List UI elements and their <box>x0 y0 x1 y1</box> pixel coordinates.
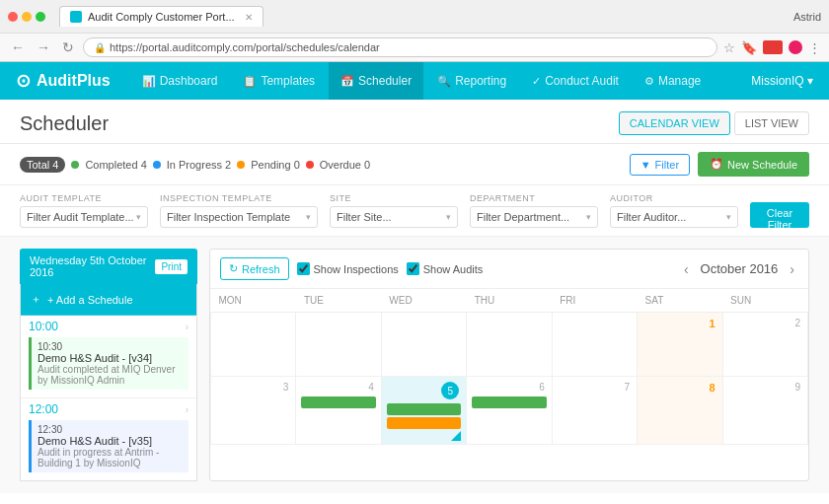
event-sub-1: Audit completed at MIQ Denver by Mission… <box>38 364 183 386</box>
site-value: Filter Site... <box>337 211 446 223</box>
refresh-icon: ↻ <box>229 262 238 275</box>
new-schedule-btn[interactable]: ⏰ New Schedule <box>698 152 809 177</box>
calendar-panel: ↻ Refresh Show Inspections Show Audits ‹… <box>209 249 809 481</box>
next-month-btn[interactable]: › <box>786 261 798 277</box>
col-fri: FRI <box>552 289 637 313</box>
department-filter: DEPARTMENT Filter Department... ▾ <box>470 193 598 228</box>
tab-close-btn[interactable]: ✕ <box>245 12 253 23</box>
filter-btn[interactable]: ▼ Filter <box>630 154 690 176</box>
nav-item-scheduler[interactable]: 📅 Scheduler <box>329 62 423 100</box>
nav-item-reporting[interactable]: 🔍 Reporting <box>425 62 518 100</box>
cal-cell-oct1[interactable]: 1 <box>638 313 722 377</box>
conduct-audit-icon: ✓ <box>532 75 541 88</box>
calendar-view-btn[interactable]: CALENDAR VIEW <box>619 111 730 135</box>
show-inspections-checkbox[interactable]: Show Inspections <box>297 262 399 275</box>
cal-cell-oct9[interactable]: 9 <box>722 377 807 445</box>
app-user[interactable]: MissionIQ ▾ <box>751 74 813 88</box>
refresh-btn[interactable]: ↻ Refresh <box>220 257 289 280</box>
calendar-week-1: 1 2 <box>211 313 808 377</box>
filter-row: AUDIT TEMPLATE Filter Audit Template... … <box>0 185 829 237</box>
app-header: ⊙ AuditPlus 📊 Dashboard 📋 Templates 📅 Sc… <box>0 62 829 100</box>
nav-item-templates[interactable]: 📋 Templates <box>231 62 327 100</box>
cal-cell-empty-2[interactable] <box>296 313 381 377</box>
nav-label-reporting: Reporting <box>455 74 506 88</box>
cal-cell-oct3[interactable]: 3 <box>211 377 296 445</box>
cal-cell-empty-1[interactable] <box>211 313 296 377</box>
url-text: https://portal.auditcomply.com/portal/sc… <box>110 41 380 53</box>
audit-template-label: AUDIT TEMPLATE <box>20 193 148 203</box>
manage-icon: ⚙ <box>644 75 654 88</box>
department-select[interactable]: Filter Department... ▾ <box>470 206 598 228</box>
cal-cell-oct7[interactable]: 7 <box>552 377 637 445</box>
badge-group: Total 4 Completed 4 In Progress 2 Pendin… <box>20 157 370 173</box>
audit-template-value: Filter Audit Template... <box>27 211 136 223</box>
auditor-select[interactable]: Filter Auditor... ▾ <box>610 206 738 228</box>
star-icon[interactable]: ☆ <box>723 40 735 55</box>
filters-bar: Total 4 Completed 4 In Progress 2 Pendin… <box>0 144 829 185</box>
cal-cell-oct8[interactable]: 8 <box>638 377 722 445</box>
prev-month-btn[interactable]: ‹ <box>680 261 693 277</box>
time-label-1000: 10:00 › <box>29 320 188 333</box>
auditor-label: AUDITOR <box>610 193 738 203</box>
maximize-window-btn[interactable] <box>36 12 45 22</box>
cal-cell-empty-5[interactable] <box>552 313 637 377</box>
cal-cell-oct6[interactable]: 6 <box>467 377 552 445</box>
site-filter: SITE Filter Site... ▾ <box>330 193 458 228</box>
auditor-arrow: ▾ <box>726 212 731 222</box>
event-title-2: Demo H&S Audit - [v35] <box>38 435 183 447</box>
show-audits-checkbox[interactable]: Show Audits <box>407 262 484 275</box>
back-btn[interactable]: ← <box>8 39 28 55</box>
event-sub-2: Audit in progress at Antrim - Building 1… <box>38 447 183 468</box>
nav-item-dashboard[interactable]: 📊 Dashboard <box>130 62 230 100</box>
list-view-btn[interactable]: LIST VIEW <box>734 111 809 135</box>
audit-template-select[interactable]: Filter Audit Template... ▾ <box>20 206 148 228</box>
cal-cell-oct5[interactable]: 5 <box>381 377 466 445</box>
col-sun: SUN <box>722 289 807 313</box>
site-arrow: ▾ <box>446 212 451 222</box>
inspection-template-select[interactable]: Filter Inspection Template ▾ <box>160 206 318 228</box>
forward-btn[interactable]: → <box>34 39 53 55</box>
cal-cell-oct4[interactable]: 4 <box>296 377 381 445</box>
department-value: Filter Department... <box>477 211 586 223</box>
minimize-window-btn[interactable] <box>22 12 32 22</box>
inspection-template-value: Filter Inspection Template <box>167 211 306 223</box>
reload-btn[interactable]: ↻ <box>59 39 77 55</box>
event-oct6 <box>472 396 546 408</box>
add-schedule-btn[interactable]: ＋ + Add a Schedule <box>21 284 196 316</box>
bookmark-icon[interactable]: 🔖 <box>741 40 757 55</box>
browser-tab[interactable]: Audit Comply Customer Port... ✕ <box>59 6 264 27</box>
ssl-lock-icon: 🔒 <box>94 42 106 53</box>
today-triangle <box>387 429 461 441</box>
filter-icon: ▼ <box>641 159 651 171</box>
col-tue: TUE <box>296 289 381 313</box>
nav-item-manage[interactable]: ⚙ Manage <box>633 62 713 100</box>
address-bar[interactable]: 🔒 https://portal.auditcomply.com/portal/… <box>83 37 717 57</box>
view-toggle: CALENDAR VIEW LIST VIEW <box>619 111 809 135</box>
plus-icon: ＋ <box>31 292 41 307</box>
department-arrow: ▾ <box>586 212 591 222</box>
clear-filter-btn[interactable]: Clear Filter <box>750 202 809 228</box>
clock-icon: ⏰ <box>710 158 723 171</box>
extension-icon <box>763 40 783 54</box>
browser-titlebar: Audit Comply Customer Port... ✕ Astrid <box>0 0 829 33</box>
time-arrow-icon: › <box>186 322 188 332</box>
auditor-value: Filter Auditor... <box>617 211 726 223</box>
inspections-check[interactable] <box>297 262 310 275</box>
nav-label-manage: Manage <box>658 74 701 88</box>
site-select[interactable]: Filter Site... ▾ <box>330 206 458 228</box>
time-label-1200: 12:00 › <box>29 402 188 416</box>
browser-chrome: Audit Comply Customer Port... ✕ Astrid ←… <box>0 0 829 62</box>
cal-cell-oct2[interactable]: 2 <box>722 313 807 377</box>
print-btn[interactable]: Print <box>155 259 188 274</box>
audits-check[interactable] <box>407 262 419 275</box>
close-window-btn[interactable] <box>8 12 18 22</box>
event-time-2: 12:30 <box>38 424 183 435</box>
cal-cell-empty-4[interactable] <box>467 313 552 377</box>
nav-item-conduct-audit[interactable]: ✓ Conduct Audit <box>520 62 631 100</box>
time-arrow-icon-2: › <box>186 404 188 415</box>
menu-icon[interactable]: ⋮ <box>808 40 821 55</box>
cal-cell-empty-3[interactable] <box>381 313 466 377</box>
calendar-month-label: October 2016 <box>701 261 779 276</box>
app-logo[interactable]: ⊙ AuditPlus <box>16 70 111 92</box>
app-nav: 📊 Dashboard 📋 Templates 📅 Scheduler 🔍 Re… <box>130 62 752 100</box>
